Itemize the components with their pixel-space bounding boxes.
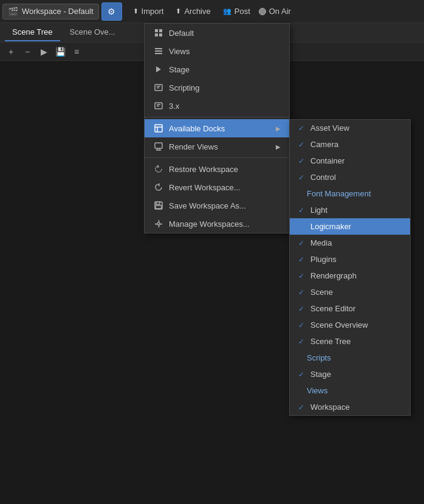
menu-item-available-docks[interactable]: Available Docks ▶ bbox=[145, 119, 289, 137]
menu-item-manage[interactable]: Manage Workspaces... bbox=[145, 215, 289, 233]
submenu-scripts[interactable]: Scripts bbox=[290, 350, 410, 366]
submenu-workspace[interactable]: ✓ Workspace bbox=[290, 399, 410, 415]
svg-point-24 bbox=[157, 223, 160, 225]
submenu-logicmaker[interactable]: Logicmaker bbox=[290, 218, 410, 235]
scripting-icon bbox=[153, 82, 164, 93]
available-docks-label: Available Docks bbox=[169, 124, 225, 133]
workspace-title-label: Workspace - Default bbox=[22, 7, 94, 16]
label-asset-view: Asset View bbox=[310, 123, 349, 133]
svg-rect-1 bbox=[159, 29, 162, 32]
label-container: Container bbox=[310, 156, 344, 165]
post-label: Post bbox=[234, 7, 250, 16]
import-button[interactable]: ⬆ Import bbox=[127, 4, 170, 18]
gear-icon: ⚙ bbox=[108, 7, 115, 16]
stage-icon bbox=[153, 64, 164, 75]
available-docks-icon bbox=[153, 123, 164, 134]
divider-1 bbox=[145, 117, 289, 117]
menu-item-scripting[interactable]: Scripting bbox=[145, 78, 289, 97]
label-scene-editor: Scene Editor bbox=[310, 304, 355, 313]
svg-rect-23 bbox=[156, 205, 162, 209]
gear-button[interactable]: ⚙ bbox=[101, 2, 122, 21]
on-air-indicator: On Air bbox=[259, 7, 291, 16]
submenu-font-management[interactable]: Font Management bbox=[290, 185, 410, 202]
workspace-title-button[interactable]: 🎬 Workspace - Default bbox=[2, 4, 99, 19]
svg-rect-6 bbox=[155, 53, 162, 54]
label-workspace: Workspace bbox=[310, 402, 350, 412]
submenu-views[interactable]: Views bbox=[290, 382, 410, 399]
check-scene-tree: ✓ bbox=[298, 337, 307, 346]
svg-rect-5 bbox=[155, 50, 162, 52]
add-button[interactable]: + bbox=[4, 45, 18, 58]
remove-button[interactable]: − bbox=[20, 45, 35, 58]
menu-item-render-views[interactable]: Render Views ▶ bbox=[145, 137, 289, 156]
submenu-rendergraph[interactable]: ✓ Rendergraph bbox=[290, 268, 410, 284]
submenu-plugins[interactable]: ✓ Plugins bbox=[290, 251, 410, 268]
svg-rect-0 bbox=[155, 29, 158, 32]
submenu-container[interactable]: ✓ Container bbox=[290, 153, 410, 169]
3x-label: 3.x bbox=[169, 102, 179, 111]
save-button[interactable]: 💾 bbox=[53, 45, 67, 58]
menu-item-stage[interactable]: Stage bbox=[145, 60, 289, 78]
check-rendergraph: ✓ bbox=[298, 272, 307, 280]
check-light: ✓ bbox=[298, 206, 307, 215]
svg-rect-2 bbox=[155, 33, 158, 36]
save-workspace-icon bbox=[153, 200, 164, 211]
svg-rect-14 bbox=[155, 125, 162, 132]
check-workspace: ✓ bbox=[298, 403, 307, 412]
submenu-camera[interactable]: ✓ Camera bbox=[290, 136, 410, 153]
play-button[interactable]: ▶ bbox=[36, 45, 51, 58]
check-control: ✓ bbox=[298, 173, 307, 182]
submenu-media[interactable]: ✓ Media bbox=[290, 235, 410, 251]
workspace-icon: 🎬 bbox=[8, 7, 18, 16]
submenu-scene-editor[interactable]: ✓ Scene Editor bbox=[290, 300, 410, 317]
label-logicmaker: Logicmaker bbox=[310, 222, 351, 231]
default-icon bbox=[153, 27, 164, 38]
svg-rect-22 bbox=[156, 202, 160, 204]
menu-item-3x[interactable]: 3.x bbox=[145, 97, 289, 115]
submenu-control[interactable]: ✓ Control bbox=[290, 169, 410, 185]
menu-item-revert[interactable]: Revert Workspace... bbox=[145, 178, 289, 196]
menu-item-save-workspace[interactable]: Save Workspace As... bbox=[145, 196, 289, 215]
check-camera: ✓ bbox=[298, 140, 307, 149]
svg-rect-3 bbox=[159, 33, 162, 36]
submenu-light[interactable]: ✓ Light bbox=[290, 202, 410, 218]
import-label: Import bbox=[142, 7, 164, 16]
submenu-asset-view[interactable]: ✓ Asset View bbox=[290, 120, 410, 136]
post-button[interactable]: 👥 Post bbox=[217, 4, 256, 18]
on-air-label: On Air bbox=[269, 7, 291, 16]
top-bar: 🎬 Workspace - Default ⚙ ⬆ Import ⬆ Archi… bbox=[0, 0, 424, 23]
manage-icon bbox=[153, 218, 164, 229]
archive-label: Archive bbox=[184, 7, 210, 16]
revert-icon bbox=[153, 182, 164, 193]
menu-item-restore[interactable]: Restore Workspace bbox=[145, 160, 289, 178]
revert-label: Revert Workspace... bbox=[169, 183, 241, 192]
check-media: ✓ bbox=[298, 239, 307, 247]
label-scene-overview: Scene Overview bbox=[310, 320, 368, 330]
svg-rect-4 bbox=[155, 48, 162, 49]
workspace-dropdown-menu: Default Views Stage Scripting bbox=[144, 23, 290, 233]
available-docks-submenu: ✓ Asset View ✓ Camera ✓ Container ✓ Cont… bbox=[289, 119, 411, 416]
menu-item-views[interactable]: Views bbox=[145, 42, 289, 60]
label-scene: Scene bbox=[310, 288, 333, 297]
check-scene-overview: ✓ bbox=[298, 321, 307, 330]
tab-scene-tree[interactable]: Scene Tree bbox=[5, 24, 60, 41]
archive-button[interactable]: ⬆ Archive bbox=[169, 4, 216, 18]
available-docks-arrow: ▶ bbox=[276, 125, 281, 132]
submenu-scene-tree[interactable]: ✓ Scene Tree bbox=[290, 333, 410, 350]
label-stage: Stage bbox=[310, 370, 331, 379]
on-air-dot bbox=[259, 8, 266, 15]
more-button[interactable]: ≡ bbox=[69, 45, 84, 58]
submenu-scene[interactable]: ✓ Scene bbox=[290, 284, 410, 300]
submenu-stage[interactable]: ✓ Stage bbox=[290, 366, 410, 382]
label-scene-tree: Scene Tree bbox=[310, 337, 351, 346]
3x-icon bbox=[153, 100, 164, 111]
check-stage: ✓ bbox=[298, 370, 307, 379]
stage-label: Stage bbox=[169, 65, 190, 74]
render-views-icon bbox=[153, 141, 164, 152]
check-scene: ✓ bbox=[298, 288, 307, 297]
label-scripts: Scripts bbox=[307, 353, 331, 362]
divider-2 bbox=[145, 157, 289, 158]
tab-scene-overview[interactable]: Scene Ove... bbox=[63, 24, 123, 41]
submenu-scene-overview[interactable]: ✓ Scene Overview bbox=[290, 317, 410, 333]
menu-item-default[interactable]: Default bbox=[145, 24, 289, 42]
